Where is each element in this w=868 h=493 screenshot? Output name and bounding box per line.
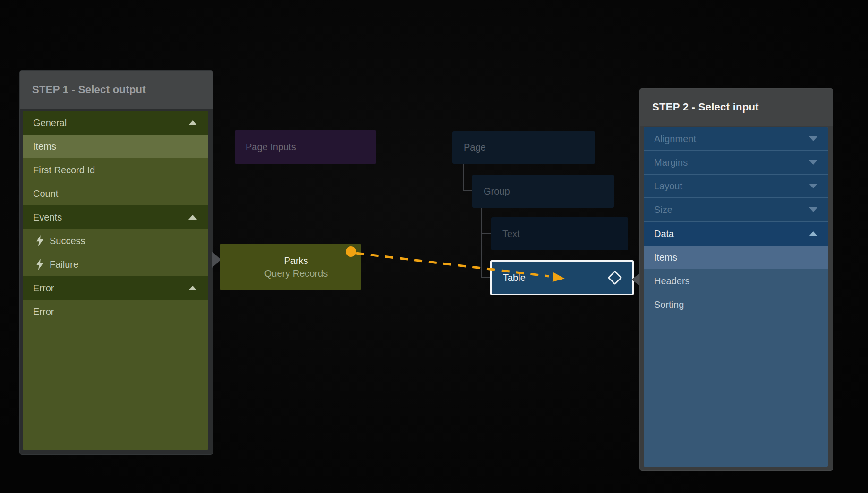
output-section-general[interactable]: General bbox=[23, 111, 208, 135]
input-item-label: Items bbox=[654, 252, 677, 263]
page-inputs-label: Page Inputs bbox=[246, 142, 296, 153]
input-item-items[interactable]: Items bbox=[644, 246, 828, 269]
input-item-label: Sorting bbox=[654, 299, 684, 310]
output-event-label: Failure bbox=[50, 259, 78, 270]
output-section-label: General bbox=[33, 118, 67, 128]
output-section-error[interactable]: Error bbox=[23, 276, 208, 300]
step2-panel: STEP 2 - Select input Alignment Margins … bbox=[640, 89, 833, 470]
input-item-label: Headers bbox=[654, 276, 690, 287]
output-event-label: Success bbox=[50, 236, 85, 246]
chevron-down-icon[interactable] bbox=[809, 160, 817, 165]
tree-elbow-page-group bbox=[464, 164, 472, 190]
bolt-icon bbox=[36, 259, 43, 270]
output-event-success[interactable]: Success bbox=[23, 229, 208, 253]
input-section-label: Margins bbox=[654, 157, 688, 168]
output-item-items[interactable]: Items bbox=[23, 135, 208, 158]
input-section-alignment[interactable]: Alignment bbox=[644, 128, 828, 151]
input-section-data[interactable]: Data bbox=[644, 222, 828, 246]
step1-panel: STEP 1 - Select output General Items Fir… bbox=[20, 71, 213, 454]
tree-node-page[interactable]: Page bbox=[452, 131, 595, 164]
output-section-label: Events bbox=[33, 212, 62, 223]
input-section-layout[interactable]: Layout bbox=[644, 175, 828, 198]
tree-node-group[interactable]: Group bbox=[472, 175, 614, 208]
parks-query-records-node[interactable]: Parks Query Records bbox=[220, 244, 361, 290]
step1-output-list: General Items First Record Id Count Even… bbox=[23, 111, 208, 450]
chevron-down-icon[interactable] bbox=[809, 136, 817, 141]
input-section-margins[interactable]: Margins bbox=[644, 151, 828, 175]
output-item-label: Count bbox=[33, 188, 58, 199]
panel-connector-arrow-left bbox=[631, 272, 641, 287]
output-event-failure[interactable]: Failure bbox=[23, 253, 208, 276]
parks-node-title: Parks bbox=[284, 255, 308, 267]
output-section-events[interactable]: Events bbox=[23, 205, 208, 229]
chevron-up-icon[interactable] bbox=[188, 286, 197, 290]
output-item-first-record-id[interactable]: First Record Id bbox=[23, 158, 208, 182]
step1-panel-title: STEP 1 - Select output bbox=[20, 71, 213, 109]
input-section-label: Layout bbox=[654, 181, 682, 192]
input-item-headers[interactable]: Headers bbox=[644, 269, 828, 293]
input-section-label: Alignment bbox=[654, 134, 696, 144]
tree-node-text[interactable]: Text bbox=[491, 217, 628, 250]
chevron-up-icon[interactable] bbox=[188, 215, 197, 220]
step2-input-list: Alignment Margins Layout Size Data Items bbox=[644, 128, 828, 467]
diamond-drop-target-icon bbox=[607, 270, 622, 285]
tree-node-label: Page bbox=[464, 142, 486, 153]
input-item-sorting[interactable]: Sorting bbox=[644, 293, 828, 316]
output-item-label: Items bbox=[33, 141, 56, 152]
output-item-count[interactable]: Count bbox=[23, 182, 208, 205]
output-item-label: Error bbox=[33, 306, 54, 317]
bolt-icon bbox=[36, 235, 43, 246]
output-item-error[interactable]: Error bbox=[23, 300, 208, 323]
tree-node-label: Table bbox=[503, 272, 526, 283]
output-section-label: Error bbox=[33, 283, 54, 294]
step2-panel-title: STEP 2 - Select input bbox=[640, 89, 833, 126]
output-item-label: First Record Id bbox=[33, 165, 95, 176]
input-section-label: Size bbox=[654, 204, 672, 215]
chevron-up-icon[interactable] bbox=[188, 120, 197, 125]
tree-node-label: Group bbox=[484, 186, 510, 197]
tree-node-table-selected[interactable]: Table bbox=[490, 260, 634, 295]
tree-node-label: Text bbox=[502, 229, 520, 239]
chevron-down-icon[interactable] bbox=[809, 207, 817, 212]
input-section-label: Data bbox=[654, 229, 674, 239]
chevron-down-icon[interactable] bbox=[809, 184, 817, 188]
page-inputs-node[interactable]: Page Inputs bbox=[235, 130, 376, 164]
parks-node-subtitle: Query Records bbox=[264, 267, 328, 280]
chevron-up-icon[interactable] bbox=[809, 231, 817, 236]
tree-elbow-group-table bbox=[482, 208, 490, 278]
flow-canvas: STEP 1 - Select output General Items Fir… bbox=[0, 0, 868, 493]
input-section-size[interactable]: Size bbox=[644, 198, 828, 222]
